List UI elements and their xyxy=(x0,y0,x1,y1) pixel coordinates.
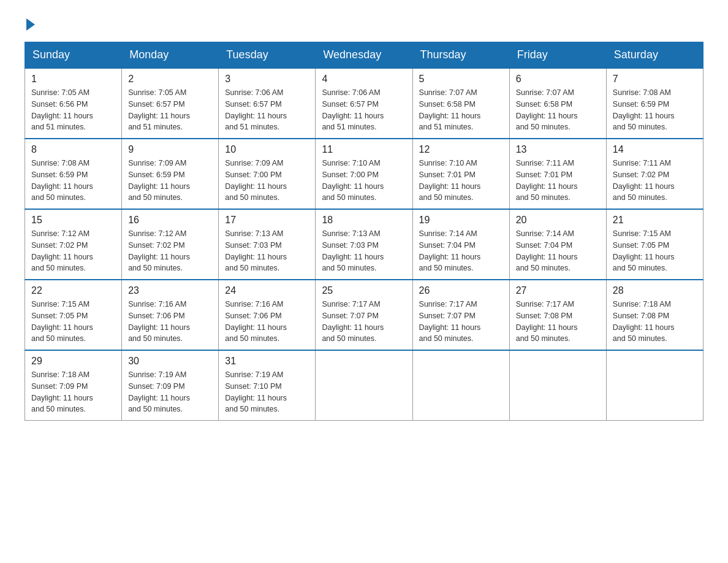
table-row: 13 Sunrise: 7:11 AMSunset: 7:01 PMDaylig… xyxy=(509,139,606,209)
table-row: 20 Sunrise: 7:14 AMSunset: 7:04 PMDaylig… xyxy=(509,209,606,280)
day-info: Sunrise: 7:13 AMSunset: 7:03 PMDaylight:… xyxy=(322,229,384,272)
calendar-header-sunday: Sunday xyxy=(25,42,122,69)
day-info: Sunrise: 7:09 AMSunset: 7:00 PMDaylight:… xyxy=(225,159,287,202)
table-row: 17 Sunrise: 7:13 AMSunset: 7:03 PMDaylig… xyxy=(219,209,316,280)
calendar-body: 1 Sunrise: 7:05 AMSunset: 6:56 PMDayligh… xyxy=(25,68,703,421)
day-info: Sunrise: 7:15 AMSunset: 7:05 PMDaylight:… xyxy=(31,300,93,343)
table-row: 7 Sunrise: 7:08 AMSunset: 6:59 PMDayligh… xyxy=(606,68,703,139)
table-row: 6 Sunrise: 7:07 AMSunset: 6:58 PMDayligh… xyxy=(509,68,606,139)
day-info: Sunrise: 7:16 AMSunset: 7:06 PMDaylight:… xyxy=(128,300,190,343)
day-number: 3 xyxy=(225,74,309,85)
day-info: Sunrise: 7:12 AMSunset: 7:02 PMDaylight:… xyxy=(31,229,93,272)
calendar-week-1: 1 Sunrise: 7:05 AMSunset: 6:56 PMDayligh… xyxy=(25,68,703,139)
day-info: Sunrise: 7:11 AMSunset: 7:02 PMDaylight:… xyxy=(613,159,675,202)
day-info: Sunrise: 7:17 AMSunset: 7:08 PMDaylight:… xyxy=(516,300,578,343)
day-info: Sunrise: 7:14 AMSunset: 7:04 PMDaylight:… xyxy=(419,229,481,272)
logo-arrow-icon xyxy=(26,18,35,31)
table-row: 5 Sunrise: 7:07 AMSunset: 6:58 PMDayligh… xyxy=(412,68,509,139)
day-number: 23 xyxy=(128,285,212,296)
table-row xyxy=(509,350,606,421)
logo xyxy=(25,18,35,29)
day-number: 8 xyxy=(31,144,115,155)
day-info: Sunrise: 7:08 AMSunset: 6:59 PMDaylight:… xyxy=(613,88,675,131)
day-info: Sunrise: 7:14 AMSunset: 7:04 PMDaylight:… xyxy=(516,229,578,272)
day-number: 31 xyxy=(225,356,309,367)
day-info: Sunrise: 7:05 AMSunset: 6:57 PMDaylight:… xyxy=(128,88,190,131)
table-row: 22 Sunrise: 7:15 AMSunset: 7:05 PMDaylig… xyxy=(25,280,122,350)
table-row: 30 Sunrise: 7:19 AMSunset: 7:09 PMDaylig… xyxy=(122,350,219,421)
day-number: 1 xyxy=(31,74,115,85)
table-row: 4 Sunrise: 7:06 AMSunset: 6:57 PMDayligh… xyxy=(316,68,412,139)
day-number: 21 xyxy=(613,215,697,226)
table-row: 31 Sunrise: 7:19 AMSunset: 7:10 PMDaylig… xyxy=(219,350,316,421)
day-number: 29 xyxy=(31,356,115,367)
table-row: 1 Sunrise: 7:05 AMSunset: 6:56 PMDayligh… xyxy=(25,68,122,139)
calendar-week-2: 8 Sunrise: 7:08 AMSunset: 6:59 PMDayligh… xyxy=(25,139,703,209)
day-info: Sunrise: 7:17 AMSunset: 7:07 PMDaylight:… xyxy=(419,300,481,343)
table-row: 16 Sunrise: 7:12 AMSunset: 7:02 PMDaylig… xyxy=(122,209,219,280)
table-row xyxy=(412,350,509,421)
day-number: 30 xyxy=(128,356,212,367)
table-row: 9 Sunrise: 7:09 AMSunset: 6:59 PMDayligh… xyxy=(122,139,219,209)
page-header xyxy=(25,18,703,29)
day-info: Sunrise: 7:10 AMSunset: 7:01 PMDaylight:… xyxy=(419,159,481,202)
day-number: 9 xyxy=(128,144,212,155)
day-info: Sunrise: 7:16 AMSunset: 7:06 PMDaylight:… xyxy=(225,300,287,343)
day-info: Sunrise: 7:06 AMSunset: 6:57 PMDaylight:… xyxy=(225,88,287,131)
table-row: 25 Sunrise: 7:17 AMSunset: 7:07 PMDaylig… xyxy=(316,280,412,350)
day-info: Sunrise: 7:13 AMSunset: 7:03 PMDaylight:… xyxy=(225,229,287,272)
day-number: 25 xyxy=(322,285,406,296)
day-number: 5 xyxy=(419,74,503,85)
table-row: 24 Sunrise: 7:16 AMSunset: 7:06 PMDaylig… xyxy=(219,280,316,350)
day-number: 10 xyxy=(225,144,309,155)
table-row: 29 Sunrise: 7:18 AMSunset: 7:09 PMDaylig… xyxy=(25,350,122,421)
day-info: Sunrise: 7:11 AMSunset: 7:01 PMDaylight:… xyxy=(516,159,578,202)
calendar-header-tuesday: Tuesday xyxy=(219,42,316,69)
day-number: 4 xyxy=(322,74,406,85)
table-row: 26 Sunrise: 7:17 AMSunset: 7:07 PMDaylig… xyxy=(412,280,509,350)
day-number: 12 xyxy=(419,144,503,155)
day-number: 13 xyxy=(516,144,600,155)
day-info: Sunrise: 7:18 AMSunset: 7:09 PMDaylight:… xyxy=(31,370,93,413)
table-row: 11 Sunrise: 7:10 AMSunset: 7:00 PMDaylig… xyxy=(316,139,412,209)
day-number: 18 xyxy=(322,215,406,226)
day-info: Sunrise: 7:05 AMSunset: 6:56 PMDaylight:… xyxy=(31,88,93,131)
table-row: 23 Sunrise: 7:16 AMSunset: 7:06 PMDaylig… xyxy=(122,280,219,350)
day-number: 11 xyxy=(322,144,406,155)
table-row: 19 Sunrise: 7:14 AMSunset: 7:04 PMDaylig… xyxy=(412,209,509,280)
day-number: 19 xyxy=(419,215,503,226)
calendar-header-friday: Friday xyxy=(509,42,606,69)
calendar-week-5: 29 Sunrise: 7:18 AMSunset: 7:09 PMDaylig… xyxy=(25,350,703,421)
day-number: 27 xyxy=(516,285,600,296)
calendar-header-monday: Monday xyxy=(122,42,219,69)
table-row: 2 Sunrise: 7:05 AMSunset: 6:57 PMDayligh… xyxy=(122,68,219,139)
day-info: Sunrise: 7:17 AMSunset: 7:07 PMDaylight:… xyxy=(322,300,384,343)
table-row: 27 Sunrise: 7:17 AMSunset: 7:08 PMDaylig… xyxy=(509,280,606,350)
table-row: 15 Sunrise: 7:12 AMSunset: 7:02 PMDaylig… xyxy=(25,209,122,280)
day-number: 2 xyxy=(128,74,212,85)
table-row xyxy=(606,350,703,421)
day-info: Sunrise: 7:09 AMSunset: 6:59 PMDaylight:… xyxy=(128,159,190,202)
calendar-week-3: 15 Sunrise: 7:12 AMSunset: 7:02 PMDaylig… xyxy=(25,209,703,280)
table-row: 10 Sunrise: 7:09 AMSunset: 7:00 PMDaylig… xyxy=(219,139,316,209)
day-number: 22 xyxy=(31,285,115,296)
table-row xyxy=(316,350,412,421)
day-number: 20 xyxy=(516,215,600,226)
day-number: 7 xyxy=(613,74,697,85)
day-info: Sunrise: 7:10 AMSunset: 7:00 PMDaylight:… xyxy=(322,159,384,202)
table-row: 12 Sunrise: 7:10 AMSunset: 7:01 PMDaylig… xyxy=(412,139,509,209)
day-info: Sunrise: 7:07 AMSunset: 6:58 PMDaylight:… xyxy=(516,88,578,131)
calendar-header-row: SundayMondayTuesdayWednesdayThursdayFrid… xyxy=(25,42,703,69)
day-number: 14 xyxy=(613,144,697,155)
day-info: Sunrise: 7:06 AMSunset: 6:57 PMDaylight:… xyxy=(322,88,384,131)
table-row: 14 Sunrise: 7:11 AMSunset: 7:02 PMDaylig… xyxy=(606,139,703,209)
calendar-header-thursday: Thursday xyxy=(412,42,509,69)
day-number: 28 xyxy=(613,285,697,296)
table-row: 28 Sunrise: 7:18 AMSunset: 7:08 PMDaylig… xyxy=(606,280,703,350)
calendar-table: SundayMondayTuesdayWednesdayThursdayFrid… xyxy=(25,42,703,421)
table-row: 18 Sunrise: 7:13 AMSunset: 7:03 PMDaylig… xyxy=(316,209,412,280)
calendar-week-4: 22 Sunrise: 7:15 AMSunset: 7:05 PMDaylig… xyxy=(25,280,703,350)
day-info: Sunrise: 7:18 AMSunset: 7:08 PMDaylight:… xyxy=(613,300,675,343)
day-number: 26 xyxy=(419,285,503,296)
table-row: 3 Sunrise: 7:06 AMSunset: 6:57 PMDayligh… xyxy=(219,68,316,139)
